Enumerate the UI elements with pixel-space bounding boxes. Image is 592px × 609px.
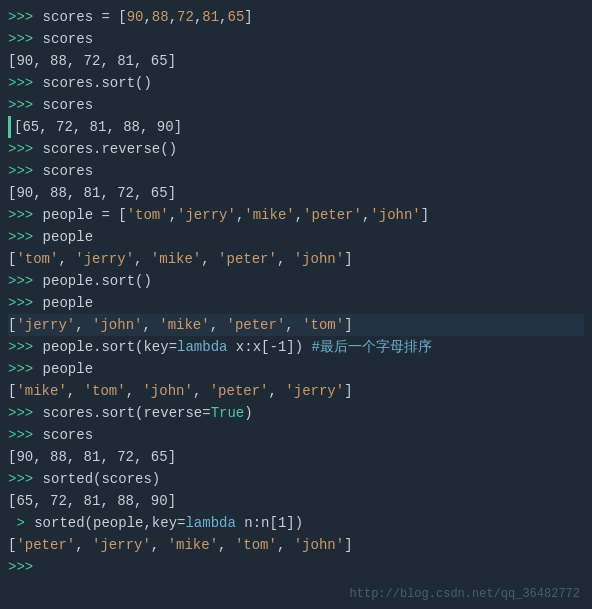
- line-5: >>> scores: [8, 94, 584, 116]
- line-1: >>> scores = [90,88,72,81,65]: [8, 6, 584, 28]
- output-6: [65, 72, 81, 88, 90]: [14, 116, 182, 138]
- prompt-22: >>>: [8, 468, 33, 490]
- output-18: ['mike', 'tom', 'john', 'peter', 'jerry'…: [8, 380, 353, 402]
- line-12: ['tom', 'jerry', 'mike', 'peter', 'john'…: [8, 248, 584, 270]
- prompt-8: >>>: [8, 160, 33, 182]
- code-5: scores: [34, 94, 93, 116]
- prompt-24: >: [8, 512, 25, 534]
- line-11: >>> people: [8, 226, 584, 248]
- line-17: >>> people: [8, 358, 584, 380]
- prompt-5: >>>: [8, 94, 33, 116]
- prompt-11: >>>: [8, 226, 33, 248]
- code-8: scores: [34, 160, 93, 182]
- prompt-26: >>>: [8, 556, 33, 578]
- prompt-20: >>>: [8, 424, 33, 446]
- prompt-17: >>>: [8, 358, 33, 380]
- code-19: scores.sort(reverse=True): [34, 402, 252, 424]
- line-2: >>> scores: [8, 28, 584, 50]
- line-16: >>> people.sort(key=lambda x:x[-1]) #最后一…: [8, 336, 584, 358]
- line-14: >>> people: [8, 292, 584, 314]
- line-6: [65, 72, 81, 88, 90]: [8, 116, 584, 138]
- line-21: [90, 88, 81, 72, 65]: [8, 446, 584, 468]
- output-3: [90, 88, 72, 81, 65]: [8, 50, 176, 72]
- prompt-14: >>>: [8, 292, 33, 314]
- line-22: >>> sorted(scores): [8, 468, 584, 490]
- code-20: scores: [34, 424, 93, 446]
- prompt-7: >>>: [8, 138, 33, 160]
- line-25: ['peter', 'jerry', 'mike', 'tom', 'john'…: [8, 534, 584, 556]
- output-12: ['tom', 'jerry', 'mike', 'peter', 'john'…: [8, 248, 353, 270]
- code-1: scores = [90,88,72,81,65]: [34, 6, 253, 28]
- output-25: ['peter', 'jerry', 'mike', 'tom', 'john'…: [8, 534, 353, 556]
- code-24: sorted(people,key=lambda n:n[1]): [26, 512, 303, 534]
- line-23: [65, 72, 81, 88, 90]: [8, 490, 584, 512]
- prompt-10: >>>: [8, 204, 33, 226]
- line-9: [90, 88, 81, 72, 65]: [8, 182, 584, 204]
- code-22: sorted(scores): [34, 468, 160, 490]
- prompt-1: >>>: [8, 6, 33, 28]
- code-16: people.sort(key=lambda x:x[-1]) #最后一个字母排…: [34, 336, 432, 358]
- prompt-13: >>>: [8, 270, 33, 292]
- line-10: >>> people = ['tom','jerry','mike','pete…: [8, 204, 584, 226]
- code-26: [34, 556, 42, 578]
- code-17: people: [34, 358, 93, 380]
- line-8: >>> scores: [8, 160, 584, 182]
- output-23: [65, 72, 81, 88, 90]: [8, 490, 176, 512]
- prompt-2: >>>: [8, 28, 33, 50]
- prompt-16: >>>: [8, 336, 33, 358]
- footer-url: http://blog.csdn.net/qq_36482772: [350, 587, 580, 601]
- code-13: people.sort(): [34, 270, 152, 292]
- code-11: people: [34, 226, 93, 248]
- line-24: > sorted(people,key=lambda n:n[1]): [8, 512, 584, 534]
- line-19: >>> scores.sort(reverse=True): [8, 402, 584, 424]
- code-4: scores.sort(): [34, 72, 152, 94]
- output-21: [90, 88, 81, 72, 65]: [8, 446, 176, 468]
- prompt-19: >>>: [8, 402, 33, 424]
- code-2: scores: [34, 28, 93, 50]
- line-20: >>> scores: [8, 424, 584, 446]
- line-13: >>> people.sort(): [8, 270, 584, 292]
- output-15: ['jerry', 'john', 'mike', 'peter', 'tom'…: [8, 314, 353, 336]
- line-4: >>> scores.sort(): [8, 72, 584, 94]
- code-14: people: [34, 292, 93, 314]
- code-7: scores.reverse(): [34, 138, 177, 160]
- line-15: ['jerry', 'john', 'mike', 'peter', 'tom'…: [8, 314, 584, 336]
- prompt-4: >>>: [8, 72, 33, 94]
- terminal-window: >>> scores = [90,88,72,81,65] >>> scores…: [0, 0, 592, 609]
- line-3: [90, 88, 72, 81, 65]: [8, 50, 584, 72]
- line-7: >>> scores.reverse(): [8, 138, 584, 160]
- code-10: people = ['tom','jerry','mike','peter','…: [34, 204, 429, 226]
- output-9: [90, 88, 81, 72, 65]: [8, 182, 176, 204]
- line-18: ['mike', 'tom', 'john', 'peter', 'jerry'…: [8, 380, 584, 402]
- line-26: >>>: [8, 556, 584, 578]
